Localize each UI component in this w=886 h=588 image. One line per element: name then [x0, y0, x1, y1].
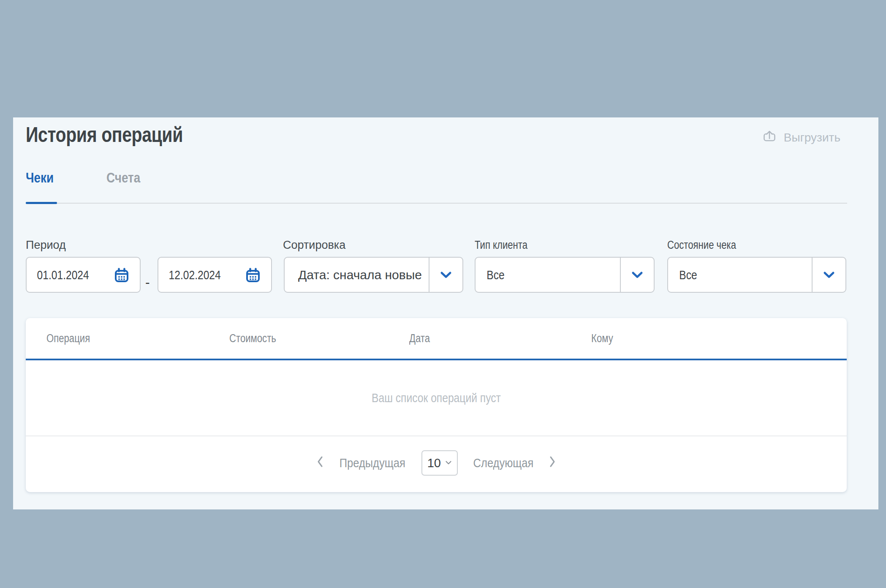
table-header-row: Операция Стоимость Дата Кому: [26, 318, 847, 360]
calendar-icon[interactable]: [246, 268, 260, 285]
next-page-button[interactable]: Следующая: [468, 456, 556, 471]
chevron-down-icon: [812, 258, 845, 292]
empty-message: Ваш список операций пуст: [372, 391, 501, 405]
chevron-left-icon: [317, 456, 323, 471]
pagination: Предыдущая 10 Следующая: [26, 436, 847, 490]
filters-row: Период 01.01.2024 - 12.02.2024: [26, 239, 847, 294]
calendar-icon[interactable]: [114, 268, 129, 285]
sorting-value: Дата: сначала новые: [285, 268, 422, 282]
upload-icon: [762, 128, 777, 147]
tab-accounts-label: Счета: [106, 169, 140, 186]
client-type-label: Тип клиента: [475, 239, 539, 252]
sorting-label: Сортировка: [283, 239, 345, 252]
tab-receipts[interactable]: Чеки: [26, 169, 60, 186]
export-button[interactable]: Выгрузить: [762, 128, 840, 147]
column-header-recipient: Кому: [591, 332, 847, 345]
date-from-input[interactable]: 01.01.2024: [26, 257, 141, 293]
tab-accounts[interactable]: Счета: [106, 169, 148, 186]
next-page-label: Следующая: [473, 456, 533, 470]
date-to-input[interactable]: 12.02.2024: [158, 257, 272, 293]
chevron-down-icon: [429, 258, 462, 292]
operations-table: Операция Стоимость Дата Кому Ваш список …: [26, 318, 847, 492]
previous-page-button[interactable]: Предыдущая: [317, 456, 411, 471]
receipt-state-select[interactable]: Все: [667, 257, 846, 293]
chevron-down-icon: [620, 258, 654, 292]
tab-receipts-label: Чеки: [26, 169, 54, 186]
page-title-text: История операций: [26, 122, 183, 147]
tab-bar: Чеки Счета: [26, 169, 847, 204]
column-header-operation: Операция: [46, 332, 229, 345]
page-title: История операций: [26, 122, 217, 147]
table-empty-state: Ваш список операций пуст: [26, 360, 847, 436]
history-panel: История операций Выгрузить Чеки Счета Пе…: [13, 117, 878, 509]
column-header-cost: Стоимость: [229, 332, 409, 345]
page-size-value: 10: [427, 456, 441, 470]
date-from-value: 01.01.2024: [27, 268, 89, 282]
receipt-state-value: Все: [668, 268, 697, 282]
client-type-select[interactable]: Все: [475, 257, 655, 293]
page-size-select[interactable]: 10: [421, 450, 458, 476]
period-label: Период: [26, 239, 66, 252]
chevron-down-icon: [445, 459, 452, 467]
export-label: Выгрузить: [784, 131, 840, 144]
client-type-value: Все: [476, 268, 505, 282]
previous-page-label: Предыдущая: [340, 456, 405, 470]
receipt-state-label: Состояние чека: [667, 239, 751, 252]
column-header-date: Дата: [409, 332, 591, 345]
period-separator: -: [145, 275, 150, 290]
chevron-right-icon: [549, 456, 556, 471]
date-to-value: 12.02.2024: [158, 268, 221, 282]
active-tab-indicator: [26, 202, 57, 204]
sorting-select[interactable]: Дата: сначала новые: [284, 257, 463, 293]
